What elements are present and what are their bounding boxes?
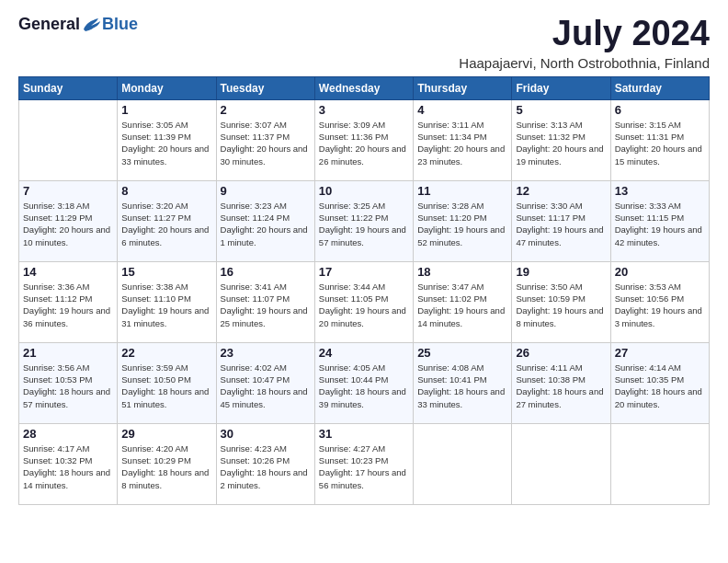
day-number: 29 xyxy=(121,427,211,441)
calendar-cell: 17Sunrise: 3:44 AM Sunset: 11:05 PM Dayl… xyxy=(314,261,413,342)
day-info: Sunrise: 3:50 AM Sunset: 10:59 PM Daylig… xyxy=(516,281,606,329)
day-info: Sunrise: 3:59 AM Sunset: 10:50 PM Daylig… xyxy=(121,362,211,410)
calendar-cell: 26Sunrise: 4:11 AM Sunset: 10:38 PM Dayl… xyxy=(512,342,610,423)
day-info: Sunrise: 4:27 AM Sunset: 10:23 PM Daylig… xyxy=(319,442,409,491)
logo: General Blue xyxy=(18,15,138,34)
day-info: Sunrise: 3:05 AM Sunset: 11:39 PM Daylig… xyxy=(121,119,211,167)
day-number: 2 xyxy=(221,103,311,117)
day-number: 28 xyxy=(23,427,113,441)
day-info: Sunrise: 3:33 AM Sunset: 11:15 PM Daylig… xyxy=(615,200,705,248)
day-number: 16 xyxy=(221,265,311,279)
day-number: 5 xyxy=(516,103,606,117)
calendar-cell: 3Sunrise: 3:09 AM Sunset: 11:36 PM Dayli… xyxy=(314,99,413,180)
day-number: 9 xyxy=(221,184,311,198)
title-area: July 2024 Haapajaervi, North Ostrobothni… xyxy=(459,15,710,71)
day-number: 18 xyxy=(417,265,507,279)
day-info: Sunrise: 3:23 AM Sunset: 11:24 PM Daylig… xyxy=(221,200,311,248)
col-saturday: Saturday xyxy=(610,76,709,99)
day-info: Sunrise: 3:07 AM Sunset: 11:37 PM Daylig… xyxy=(221,119,311,167)
day-info: Sunrise: 4:05 AM Sunset: 10:44 PM Daylig… xyxy=(319,362,409,410)
calendar-cell: 19Sunrise: 3:50 AM Sunset: 10:59 PM Dayl… xyxy=(512,261,610,342)
day-info: Sunrise: 3:47 AM Sunset: 11:02 PM Daylig… xyxy=(417,281,507,329)
day-number: 8 xyxy=(121,184,211,198)
location-title: Haapajaervi, North Ostrobothnia, Finland xyxy=(459,55,710,71)
day-number: 21 xyxy=(23,346,113,360)
day-number: 6 xyxy=(615,103,705,117)
logo-blue: Blue xyxy=(102,15,138,34)
calendar-cell: 28Sunrise: 4:17 AM Sunset: 10:32 PM Dayl… xyxy=(19,423,118,504)
calendar-cell: 31Sunrise: 4:27 AM Sunset: 10:23 PM Dayl… xyxy=(314,423,413,504)
day-info: Sunrise: 4:20 AM Sunset: 10:29 PM Daylig… xyxy=(121,442,211,491)
month-title: July 2024 xyxy=(459,15,710,53)
calendar-cell: 9Sunrise: 3:23 AM Sunset: 11:24 PM Dayli… xyxy=(216,180,314,261)
day-number: 1 xyxy=(121,103,211,117)
calendar-cell: 15Sunrise: 3:38 AM Sunset: 11:10 PM Dayl… xyxy=(118,261,216,342)
day-number: 23 xyxy=(221,346,311,360)
week-row-3: 14Sunrise: 3:36 AM Sunset: 11:12 PM Dayl… xyxy=(19,261,710,342)
day-number: 19 xyxy=(516,265,606,279)
calendar-cell: 27Sunrise: 4:14 AM Sunset: 10:35 PM Dayl… xyxy=(610,342,709,423)
col-tuesday: Tuesday xyxy=(216,76,314,99)
week-row-2: 7Sunrise: 3:18 AM Sunset: 11:29 PM Dayli… xyxy=(19,180,710,261)
day-info: Sunrise: 3:44 AM Sunset: 11:05 PM Daylig… xyxy=(319,281,409,329)
day-number: 26 xyxy=(516,346,606,360)
week-row-1: 1Sunrise: 3:05 AM Sunset: 11:39 PM Dayli… xyxy=(19,99,710,180)
calendar-cell: 12Sunrise: 3:30 AM Sunset: 11:17 PM Dayl… xyxy=(512,180,610,261)
calendar-cell: 18Sunrise: 3:47 AM Sunset: 11:02 PM Dayl… xyxy=(414,261,512,342)
calendar-cell: 13Sunrise: 3:33 AM Sunset: 11:15 PM Dayl… xyxy=(610,180,709,261)
day-info: Sunrise: 4:11 AM Sunset: 10:38 PM Daylig… xyxy=(516,362,606,410)
day-info: Sunrise: 4:17 AM Sunset: 10:32 PM Daylig… xyxy=(23,442,113,491)
day-number: 4 xyxy=(417,103,507,117)
day-number: 22 xyxy=(121,346,211,360)
week-row-5: 28Sunrise: 4:17 AM Sunset: 10:32 PM Dayl… xyxy=(19,423,710,504)
header: General Blue July 2024 Haapajaervi, Nort… xyxy=(18,15,710,71)
calendar-cell: 23Sunrise: 4:02 AM Sunset: 10:47 PM Dayl… xyxy=(216,342,314,423)
calendar-cell xyxy=(19,99,118,180)
calendar-cell: 10Sunrise: 3:25 AM Sunset: 11:22 PM Dayl… xyxy=(314,180,413,261)
day-number: 17 xyxy=(319,265,409,279)
calendar-cell: 24Sunrise: 4:05 AM Sunset: 10:44 PM Dayl… xyxy=(314,342,413,423)
day-number: 24 xyxy=(319,346,409,360)
page: General Blue July 2024 Haapajaervi, Nort… xyxy=(0,0,728,563)
day-info: Sunrise: 3:30 AM Sunset: 11:17 PM Daylig… xyxy=(516,200,606,248)
calendar-cell: 1Sunrise: 3:05 AM Sunset: 11:39 PM Dayli… xyxy=(118,99,216,180)
day-info: Sunrise: 4:02 AM Sunset: 10:47 PM Daylig… xyxy=(221,362,311,410)
calendar-table: Sunday Monday Tuesday Wednesday Thursday… xyxy=(18,76,710,505)
day-info: Sunrise: 3:41 AM Sunset: 11:07 PM Daylig… xyxy=(221,281,311,329)
col-friday: Friday xyxy=(512,76,610,99)
col-monday: Monday xyxy=(118,76,216,99)
day-info: Sunrise: 3:11 AM Sunset: 11:34 PM Daylig… xyxy=(417,119,507,167)
col-sunday: Sunday xyxy=(19,76,118,99)
calendar-cell: 5Sunrise: 3:13 AM Sunset: 11:32 PM Dayli… xyxy=(512,99,610,180)
day-number: 14 xyxy=(23,265,113,279)
day-number: 13 xyxy=(615,184,705,198)
day-number: 7 xyxy=(23,184,113,198)
day-info: Sunrise: 4:23 AM Sunset: 10:26 PM Daylig… xyxy=(221,442,311,491)
day-info: Sunrise: 3:56 AM Sunset: 10:53 PM Daylig… xyxy=(23,362,113,410)
day-info: Sunrise: 4:14 AM Sunset: 10:35 PM Daylig… xyxy=(615,362,705,410)
calendar-cell xyxy=(414,423,512,504)
day-number: 30 xyxy=(221,427,311,441)
logo-general: General xyxy=(18,15,80,34)
day-info: Sunrise: 3:28 AM Sunset: 11:20 PM Daylig… xyxy=(417,200,507,248)
calendar-cell: 11Sunrise: 3:28 AM Sunset: 11:20 PM Dayl… xyxy=(414,180,512,261)
calendar-cell: 21Sunrise: 3:56 AM Sunset: 10:53 PM Dayl… xyxy=(19,342,118,423)
col-thursday: Thursday xyxy=(414,76,512,99)
calendar-cell xyxy=(512,423,610,504)
day-number: 11 xyxy=(417,184,507,198)
calendar-cell: 16Sunrise: 3:41 AM Sunset: 11:07 PM Dayl… xyxy=(216,261,314,342)
day-number: 20 xyxy=(615,265,705,279)
calendar-cell: 6Sunrise: 3:15 AM Sunset: 11:31 PM Dayli… xyxy=(610,99,709,180)
calendar-cell: 29Sunrise: 4:20 AM Sunset: 10:29 PM Dayl… xyxy=(118,423,216,504)
day-number: 27 xyxy=(615,346,705,360)
day-info: Sunrise: 3:09 AM Sunset: 11:36 PM Daylig… xyxy=(319,119,409,167)
header-row: Sunday Monday Tuesday Wednesday Thursday… xyxy=(19,76,710,99)
day-number: 15 xyxy=(121,265,211,279)
calendar-cell: 22Sunrise: 3:59 AM Sunset: 10:50 PM Dayl… xyxy=(118,342,216,423)
col-wednesday: Wednesday xyxy=(314,76,413,99)
logo-bird-icon xyxy=(82,17,102,33)
day-number: 10 xyxy=(319,184,409,198)
calendar-cell: 25Sunrise: 4:08 AM Sunset: 10:41 PM Dayl… xyxy=(414,342,512,423)
day-info: Sunrise: 3:18 AM Sunset: 11:29 PM Daylig… xyxy=(23,200,113,248)
day-info: Sunrise: 3:25 AM Sunset: 11:22 PM Daylig… xyxy=(319,200,409,248)
